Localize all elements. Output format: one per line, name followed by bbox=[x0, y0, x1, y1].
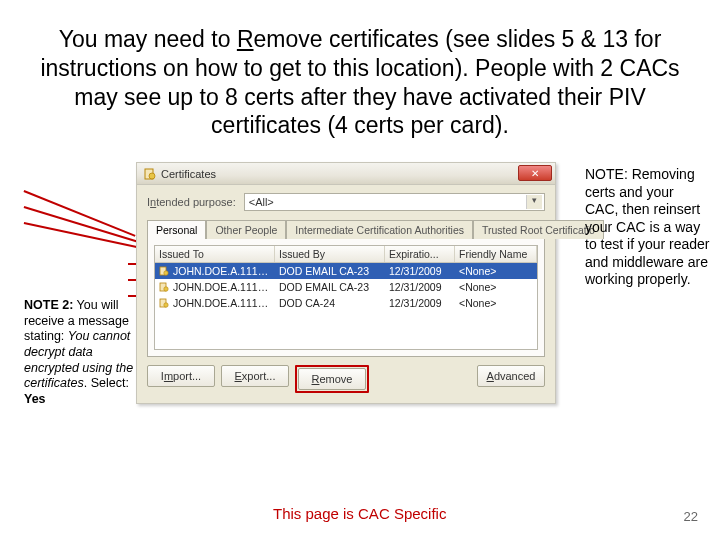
callout-arrows bbox=[24, 186, 154, 234]
remove-button[interactable]: Remove bbox=[298, 368, 366, 390]
cert-row-icon bbox=[159, 282, 170, 293]
note1-text: NOTE: Removing certs and your CAC, then … bbox=[585, 166, 710, 289]
close-icon: ✕ bbox=[531, 168, 539, 179]
tab-personal[interactable]: Personal bbox=[147, 220, 206, 239]
tab-intermediate[interactable]: Intermediate Certification Authorities bbox=[286, 220, 473, 239]
remove-highlight-box: Remove bbox=[295, 365, 369, 393]
table-row[interactable]: JOHN.DOE.A.11111... DOD EMAIL CA-23 12/3… bbox=[155, 263, 537, 279]
svg-point-1 bbox=[149, 173, 155, 179]
col-issued-to[interactable]: Issued To bbox=[155, 246, 275, 262]
intended-purpose-combo[interactable]: <All> bbox=[244, 193, 545, 211]
export-button[interactable]: Export... bbox=[221, 365, 289, 387]
dialog-titlebar: Certificates ✕ bbox=[137, 163, 555, 185]
note2-text: NOTE 2: You will receive a message stati… bbox=[24, 298, 134, 407]
tab-other-people[interactable]: Other People bbox=[206, 220, 286, 239]
advanced-button[interactable]: Advanced bbox=[477, 365, 545, 387]
import-button[interactable]: Import... bbox=[147, 365, 215, 387]
cac-specific-label: This page is CAC Specific bbox=[273, 505, 446, 522]
cert-row-icon bbox=[159, 266, 170, 277]
slide-heading: You may need to Remove certificates (see… bbox=[0, 0, 720, 148]
close-button[interactable]: ✕ bbox=[518, 165, 552, 181]
dialog-title: Certificates bbox=[161, 168, 216, 180]
page-number: 22 bbox=[684, 509, 698, 524]
col-expiration[interactable]: Expiratio... bbox=[385, 246, 455, 262]
cert-row-icon bbox=[159, 298, 170, 309]
certificates-list[interactable]: Issued To Issued By Expiratio... Friendl… bbox=[154, 245, 538, 350]
col-friendly-name[interactable]: Friendly Name bbox=[455, 246, 537, 262]
list-header: Issued To Issued By Expiratio... Friendl… bbox=[155, 246, 537, 263]
table-row[interactable]: JOHN.DOE.A.11111... DOD CA-24 12/31/2009… bbox=[155, 295, 537, 311]
intended-purpose-label: Intended purpose: bbox=[147, 196, 236, 208]
tab-strip: Personal Other People Intermediate Certi… bbox=[147, 219, 545, 239]
svg-point-7 bbox=[164, 303, 168, 307]
svg-point-3 bbox=[164, 271, 168, 275]
col-issued-by[interactable]: Issued By bbox=[275, 246, 385, 262]
svg-point-5 bbox=[164, 287, 168, 291]
certificates-dialog: Certificates ✕ Intended purpose: <All> P… bbox=[136, 162, 556, 404]
table-row[interactable]: JOHN.DOE.A.11111... DOD EMAIL CA-23 12/3… bbox=[155, 279, 537, 295]
certificate-icon bbox=[143, 167, 157, 181]
